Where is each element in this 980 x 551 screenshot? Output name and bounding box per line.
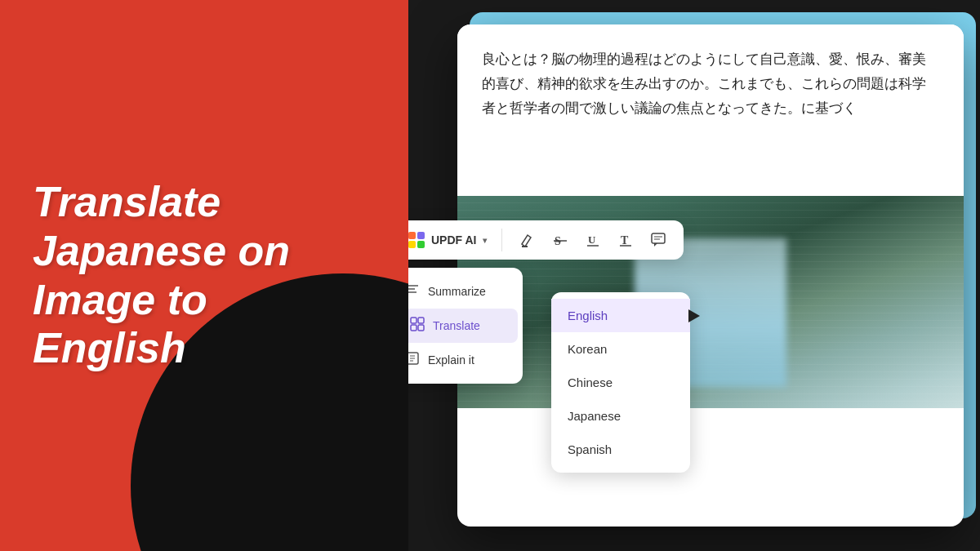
pdf-document-card: 良心とは？脳の物理的過程はどのようにして自己意識、愛、恨み、審美的喜び、精神的欲…	[457, 24, 964, 527]
hero-heading: Translate Japanese on Image to English	[0, 145, 408, 406]
explain-it-menu-item[interactable]: Explain it	[408, 343, 523, 377]
svg-rect-2	[408, 241, 416, 248]
svg-rect-19	[411, 325, 416, 331]
language-dropdown: English Korean Chinese Japanese Spanish	[551, 292, 690, 473]
cursor-arrow	[688, 309, 700, 322]
svg-rect-17	[411, 318, 416, 323]
svg-rect-11	[652, 233, 665, 243]
lang-korean-label: Korean	[568, 342, 607, 356]
lang-english-label: English	[568, 309, 608, 322]
svg-rect-0	[408, 232, 416, 239]
comment-icon[interactable]	[648, 229, 669, 251]
lang-japanese-label: Japanese	[568, 409, 621, 423]
svg-text:T: T	[621, 234, 629, 247]
text-icon[interactable]: T	[615, 229, 636, 251]
underline-icon[interactable]: U	[582, 229, 604, 251]
lang-spanish-label: Spanish	[568, 442, 612, 456]
left-panel: Translate Japanese on Image to English	[0, 0, 408, 551]
lang-english[interactable]: English	[551, 299, 690, 332]
japanese-text-content: 良心とは？脳の物理的過程はどのようにして自己意識、愛、恨み、審美的喜び、精神的欲…	[482, 47, 939, 120]
svg-rect-20	[418, 325, 424, 331]
summarize-menu-item[interactable]: Summarize	[408, 274, 523, 309]
translate-icon	[410, 317, 425, 335]
summarize-icon	[408, 282, 420, 300]
svg-rect-3	[417, 241, 425, 248]
translate-menu-item[interactable]: Translate	[408, 309, 518, 343]
summarize-label: Summarize	[428, 285, 486, 298]
ai-toolbar: UPDF AI ▾ S U T	[408, 220, 684, 260]
svg-text:U: U	[588, 233, 596, 246]
svg-rect-1	[417, 232, 425, 239]
lang-korean[interactable]: Korean	[551, 332, 690, 366]
explain-icon	[408, 351, 420, 369]
svg-rect-18	[418, 318, 424, 323]
strikethrough-icon[interactable]: S	[550, 229, 571, 251]
translate-label: Translate	[433, 319, 480, 332]
updf-ai-icon	[408, 230, 426, 250]
toolbar-divider-1	[501, 229, 502, 251]
toolbar-brand[interactable]: UPDF AI ▾	[408, 230, 487, 250]
brand-label: UPDF AI	[431, 233, 476, 247]
lang-chinese[interactable]: Chinese	[551, 366, 690, 399]
highlight-icon[interactable]	[517, 229, 538, 251]
lang-chinese-label: Chinese	[568, 375, 612, 389]
right-panel: 良心とは？脳の物理的過程はどのようにして自己意識、愛、恨み、審美的喜び、精神的欲…	[408, 0, 980, 551]
ai-menu-dropdown: Summarize Translate	[408, 268, 523, 384]
brand-dropdown-arrow[interactable]: ▾	[483, 236, 487, 245]
lang-spanish[interactable]: Spanish	[551, 433, 690, 466]
explain-it-label: Explain it	[428, 353, 474, 367]
japanese-text-area: 良心とは？脳の物理的過程はどのようにして自己意識、愛、恨み、審美的喜び、精神的欲…	[457, 24, 964, 196]
lang-japanese[interactable]: Japanese	[551, 399, 690, 433]
